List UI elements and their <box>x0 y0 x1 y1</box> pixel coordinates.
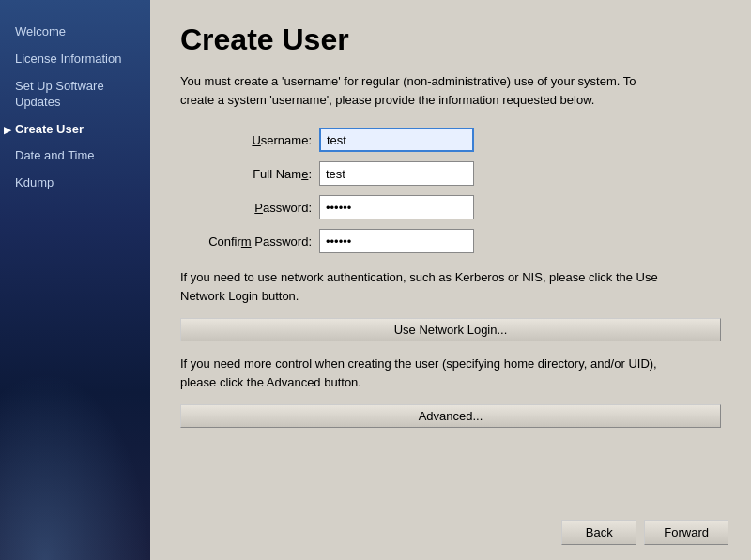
main-content: Create User You must create a 'username'… <box>150 0 751 560</box>
page-title: Create User <box>180 23 721 57</box>
sidebar-item-welcome[interactable]: Welcome <box>0 19 150 46</box>
sidebar-item-date-and-time[interactable]: Date and Time <box>0 143 150 170</box>
forward-button[interactable]: Forward <box>644 520 728 545</box>
sidebar-item-set-up-software-updates[interactable]: Set Up Software Updates <box>0 73 150 116</box>
confirm-password-input[interactable] <box>319 229 474 253</box>
sidebar-item-kdump[interactable]: Kdump <box>0 170 150 197</box>
password-input[interactable] <box>319 195 474 219</box>
fullname-label: Full Name: <box>180 167 312 181</box>
sidebar-item-create-user[interactable]: Create User <box>0 116 150 144</box>
password-row: Password: <box>180 195 721 219</box>
username-input[interactable] <box>319 128 474 152</box>
back-button[interactable]: Back <box>561 520 636 545</box>
network-note: If you need to use network authenticatio… <box>180 268 668 305</box>
fullname-row: Full Name: <box>180 161 721 186</box>
advanced-note: If you need more control when creating t… <box>180 355 668 391</box>
user-form: Username: Full Name: Password: Confirm P… <box>180 128 721 253</box>
advanced-button[interactable]: Advanced... <box>180 404 721 428</box>
sidebar-item-license-information[interactable]: License Information <box>0 46 150 73</box>
fullname-input[interactable] <box>319 161 474 186</box>
description-text: You must create a 'username' for regular… <box>180 72 668 109</box>
use-network-login-button[interactable]: Use Network Login... <box>180 318 721 341</box>
confirm-password-label: Confirm Password: <box>180 235 312 249</box>
password-label: Password: <box>180 201 312 215</box>
sidebar: WelcomeLicense InformationSet Up Softwar… <box>0 0 150 560</box>
username-row: Username: <box>180 128 721 152</box>
confirm-password-row: Confirm Password: <box>180 229 721 253</box>
username-label: Username: <box>180 133 312 147</box>
bottom-bar: Back Forward <box>561 520 728 545</box>
